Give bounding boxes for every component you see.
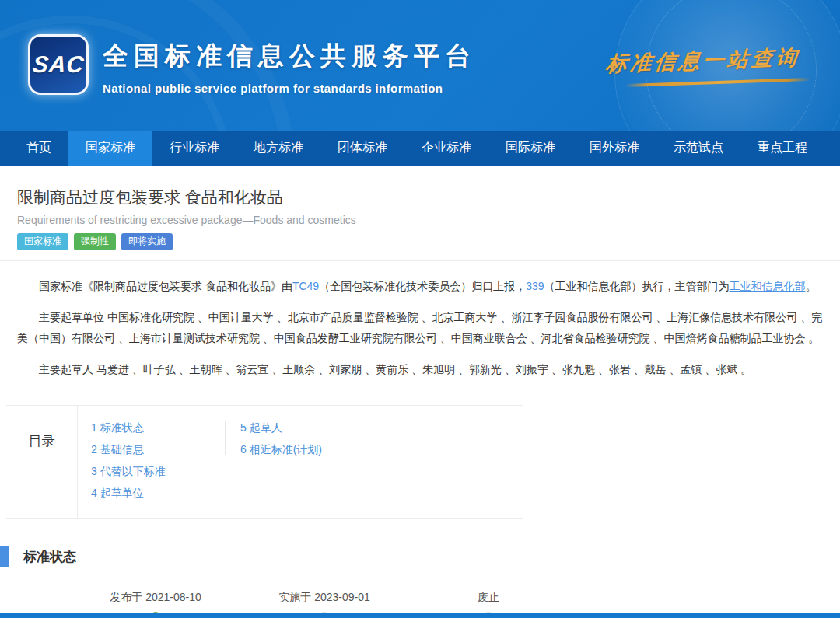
toc-link-drafters[interactable]: 5 起草人 [240,421,359,433]
standard-head: 限制商品过度包装要求 食品和化妆品 Requirements of restri… [0,166,840,260]
paragraph-drafters: 主要起草人 马爱进 、叶子弘 、王朝晖 、翁云宣 、王顺余 、刘家朋 、黄前乐 … [17,359,824,380]
toc-link-basic-info[interactable]: 2 基础信息 [91,443,225,455]
sac-logo-text: SAC [31,51,86,78]
tag-mandatory: 强制性 [74,233,116,250]
standard-title-english: Requirements of restricting excessive pa… [17,214,823,226]
standard-detail-page: SAC 全国标准信息公共服务平台 National public service… [0,0,840,618]
toc-box: 目录 1 标准状态 2 基础信息 3 代替以下标准 4 起草单位 5 起草人 6… [6,405,523,519]
toc-link-similar-standards[interactable]: 6 相近标准(计划) [240,443,359,455]
footer-bar [0,613,840,618]
p1-text-1: 国家标准《限制商品过度包装要求 食品和化妆品》由 [39,280,292,292]
tag-upcoming-implementation: 即将实施 [121,233,173,250]
site-header: SAC 全国标准信息公共服务平台 National public service… [0,0,840,131]
nav-item-key-projects[interactable]: 重点工程 [740,131,824,166]
miit-link[interactable]: 工业和信息化部 [729,280,805,292]
paragraph-committee: 国家标准《限制商品过度包装要求 食品和化妆品》由TC49（全国包装标准化技术委员… [17,276,824,297]
nav-item-home[interactable]: 首页 [9,131,68,166]
nav-item-group-standards[interactable]: 团体标准 [320,131,404,166]
timeline-label-implemented: 实施于 2023-09-01 [278,591,370,605]
nav-item-national-standards[interactable]: 国家标准 [68,131,152,166]
standard-tags: 国家标准 强制性 即将实施 [17,233,823,250]
paragraph-drafting-units: 主要起草单位 中国标准化研究院 、中国计量大学 、北京市产品质量监督检验院 、北… [17,307,824,349]
site-title-block: 全国标准信息公共服务平台 National public service pla… [103,39,476,95]
p1-text-2: （全国包装标准化技术委员会）归口上报， [319,280,526,292]
toc-link-drafting-units[interactable]: 4 起草单位 [91,487,225,498]
nav-item-local-standards[interactable]: 地方标准 [236,131,320,166]
section-heading-rule [87,557,829,557]
section-accent-bar [0,546,9,567]
toc-label: 目录 [6,406,78,518]
p1-text-3: （工业和信息化部）执行，主管部门为 [544,280,729,292]
nav-item-pilot-demo[interactable]: 示范试点 [656,131,740,166]
timeline-label-abolished: 废止 [478,591,499,605]
nav-item-industry-standards[interactable]: 行业标准 [152,131,236,166]
p1-text-4: 。 [805,280,816,292]
status-section-heading: 标准状态 [0,546,840,567]
nav-item-foreign-standards[interactable]: 国外标准 [572,131,656,166]
site-title: 全国标准信息公共服务平台 [103,39,476,74]
nav-item-enterprise-standards[interactable]: 企业标准 [404,131,488,166]
tc49-link[interactable]: TC49 [292,280,319,292]
site-subtitle: National public service platform for sta… [103,82,476,95]
toc-columns: 1 标准状态 2 基础信息 3 代替以下标准 4 起草单位 5 起草人 6 相近… [78,406,359,518]
nav-item-technical-committees[interactable]: 技术委员会 [824,131,840,166]
toc-column-2: 5 起草人 6 相近标准(计划) [225,421,359,455]
tag-national-standard: 国家标准 [17,233,68,250]
nav-item-international-standards[interactable]: 国际标准 [488,131,572,166]
standard-title: 限制商品过度包装要求 食品和化妆品 [17,187,823,208]
status-section-title: 标准状态 [23,548,76,566]
toc-link-replaced-standards[interactable]: 3 代替以下标准 [91,465,225,477]
sac-logo[interactable]: SAC [28,34,89,95]
toc-link-standard-status[interactable]: 1 标准状态 [91,421,225,433]
timeline-label-published: 发布于 2021-08-10 [110,591,201,605]
main-nav: 首页 国家标准 行业标准 地方标准 团体标准 企业标准 国际标准 国外标准 示范… [0,131,840,166]
standard-summary: 国家标准《限制商品过度包装要求 食品和化妆品》由TC49（全国包装标准化技术委员… [0,261,840,380]
dept-code-link[interactable]: 339 [526,280,544,292]
toc-column-1: 1 标准状态 2 基础信息 3 代替以下标准 4 起草单位 [91,421,225,498]
